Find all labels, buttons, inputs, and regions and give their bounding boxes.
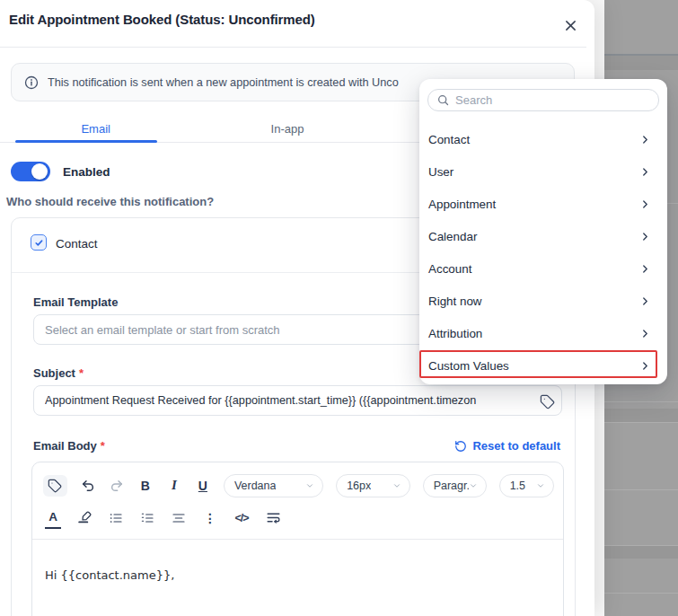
- required-asterisk: *: [79, 366, 84, 380]
- subject-input[interactable]: Appointment Request Received for {{appoi…: [33, 385, 562, 416]
- chevron-right-icon: [640, 329, 650, 339]
- toggle-knob: [31, 163, 48, 180]
- chevron-down-icon: [392, 481, 401, 490]
- enabled-toggle[interactable]: [11, 162, 50, 181]
- contact-checkbox[interactable]: [31, 234, 47, 251]
- bg-grid-line: [604, 401, 678, 402]
- checkmark-icon: [34, 238, 44, 248]
- dropdown-item-label: Right now: [428, 295, 482, 308]
- highlighter-icon[interactable]: [76, 507, 92, 529]
- dropdown-item-label: Attribution: [428, 327, 482, 340]
- dropdown-item-label: Custom Values: [428, 359, 509, 373]
- dropdown-item-attribution[interactable]: Attribution: [419, 317, 667, 349]
- numbered-list-icon[interactable]: [139, 507, 155, 529]
- subject-label-text: Subject: [33, 366, 75, 380]
- more-options-icon[interactable]: ⋮: [202, 507, 218, 529]
- chevron-right-icon: [640, 361, 650, 371]
- bullet-list-icon[interactable]: [108, 507, 124, 529]
- font-size-value: 16px: [347, 480, 371, 492]
- reset-icon: [454, 440, 467, 453]
- merge-field-dropdown: Search Contact User Appointment Calendar…: [419, 79, 667, 384]
- email-body-content[interactable]: Hi {{contact.name}},: [32, 540, 563, 582]
- editor-toolbar-row1: B I U Verdana 16px Paragr...: [32, 462, 563, 502]
- underline-button[interactable]: U: [195, 475, 211, 497]
- reset-label: Reset to default: [472, 439, 560, 453]
- bg-grid-line: [604, 545, 678, 546]
- bg-grid-line: [604, 422, 678, 423]
- code-view-icon[interactable]: </>: [233, 507, 250, 529]
- chevron-down-icon: [469, 481, 478, 490]
- text-color-button[interactable]: A: [45, 507, 61, 529]
- tab-email[interactable]: Email: [0, 115, 191, 142]
- dropdown-item-custom-values[interactable]: Custom Values: [419, 349, 667, 382]
- bg-grid-line: [604, 593, 678, 594]
- line-height-value: 1.5: [510, 480, 525, 492]
- enabled-toggle-label: Enabled: [63, 165, 110, 179]
- email-template-label: Email Template: [33, 295, 118, 309]
- align-center-icon[interactable]: [171, 507, 187, 529]
- email-body-header-row: Email Body* Reset to default: [33, 439, 560, 455]
- paragraph-format-value: Paragr...: [434, 480, 469, 492]
- font-family-value: Verdana: [234, 480, 277, 492]
- contact-checkbox-label: Contact: [56, 237, 98, 251]
- subject-label: Subject*: [33, 366, 84, 380]
- bg-grid-band: [604, 409, 678, 422]
- modal-title: Edit Appointment Booked (Status: Unconfi…: [9, 12, 512, 27]
- bg-grid-band: [604, 546, 678, 559]
- chevron-down-icon: [305, 481, 314, 490]
- dropdown-item-label: Account: [428, 262, 471, 276]
- editor-toolbar-row2: A ⋮ </>: [32, 502, 563, 540]
- text-wrap-icon[interactable]: [265, 507, 281, 529]
- dropdown-search-input[interactable]: Search: [427, 89, 659, 111]
- close-icon: [565, 20, 577, 31]
- chevron-right-icon: [640, 167, 650, 177]
- reset-to-default-button[interactable]: Reset to default: [454, 439, 560, 453]
- chevron-right-icon: [640, 264, 650, 274]
- search-icon: [437, 94, 449, 106]
- tag-icon[interactable]: [539, 393, 555, 409]
- info-banner-text: This notification is sent when a new app…: [48, 76, 399, 89]
- italic-button[interactable]: I: [166, 475, 182, 497]
- dropdown-item-contact[interactable]: Contact: [419, 123, 667, 155]
- chevron-down-icon: [536, 481, 545, 490]
- undo-icon[interactable]: [80, 475, 96, 497]
- bold-button[interactable]: B: [137, 475, 154, 497]
- dropdown-item-right-now[interactable]: Right now: [419, 285, 667, 317]
- required-asterisk: *: [101, 439, 105, 453]
- dropdown-item-label: Calendar: [428, 230, 477, 243]
- dropdown-item-calendar[interactable]: Calendar: [419, 220, 667, 252]
- paragraph-format-select[interactable]: Paragr...: [423, 474, 487, 497]
- line-height-select[interactable]: 1.5: [499, 474, 554, 497]
- chevron-right-icon: [640, 232, 650, 242]
- recipients-question: Who should receive this notification?: [6, 195, 214, 208]
- dropdown-item-label: User: [428, 165, 453, 179]
- email-template-placeholder: Select an email template or start from s…: [45, 323, 280, 337]
- chevron-right-icon: [640, 296, 650, 306]
- dropdown-item-appointment[interactable]: Appointment: [419, 188, 667, 220]
- chevron-right-icon: [640, 135, 650, 145]
- email-body-label: Email Body*: [33, 439, 105, 453]
- dropdown-item-account[interactable]: Account: [419, 252, 667, 285]
- close-button[interactable]: [560, 15, 580, 35]
- dropdown-item-label: Contact: [428, 133, 470, 146]
- search-placeholder: Search: [455, 93, 492, 107]
- active-tab-underline: [15, 140, 157, 143]
- dropdown-item-label: Appointment: [428, 198, 496, 211]
- chevron-right-icon: [640, 199, 650, 209]
- font-family-select[interactable]: Verdana: [224, 474, 323, 497]
- redo-icon[interactable]: [109, 475, 125, 497]
- font-size-select[interactable]: 16px: [336, 474, 409, 497]
- email-body-label-text: Email Body: [33, 439, 97, 453]
- subject-input-value: Appointment Request Received for {{appoi…: [45, 394, 476, 407]
- dropdown-item-user[interactable]: User: [419, 155, 667, 188]
- dropdown-item-list: Contact User Appointment Calendar Accoun…: [419, 123, 667, 382]
- screen: Edit Appointment Booked (Status: Unconfi…: [0, 0, 678, 616]
- bg-grid-band: [604, 56, 678, 70]
- merge-tag-icon[interactable]: [43, 475, 67, 497]
- header-divider: [0, 47, 586, 48]
- tab-in-app[interactable]: In-app: [191, 115, 383, 142]
- bg-grid-line: [604, 489, 678, 490]
- email-body-editor: B I U Verdana 16px Paragr...: [31, 462, 564, 616]
- info-icon: [24, 75, 39, 90]
